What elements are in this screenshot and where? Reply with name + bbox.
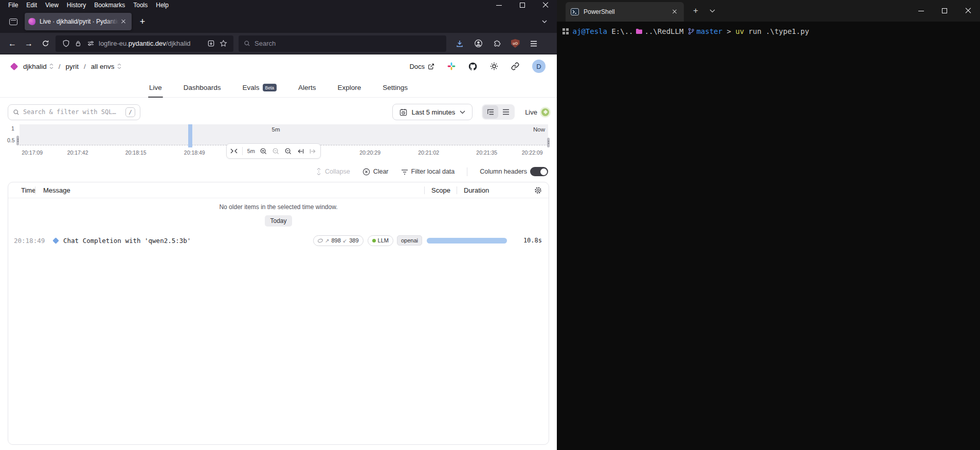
day-separator-chip[interactable]: Today — [265, 215, 292, 227]
share-link-button[interactable] — [511, 62, 519, 70]
x-axis-tick: 20:21:02 — [418, 149, 439, 156]
terminal-body[interactable]: aj@Tesla E:\.. ..\RedLLM master > uv run… — [557, 22, 980, 450]
zoom-in-icon[interactable] — [260, 147, 267, 155]
duration-bar[interactable] — [427, 238, 507, 243]
breadcrumb-environment[interactable]: all envs — [91, 63, 115, 70]
user-avatar[interactable]: D — [532, 60, 546, 73]
breadcrumb-project[interactable]: pyrit — [66, 63, 79, 70]
table-header: Time Message Scope Duration — [8, 182, 549, 198]
terminal-tab-close-icon[interactable] — [670, 8, 679, 16]
col-scope[interactable]: Scope — [425, 186, 457, 194]
firefox-view-button[interactable] — [5, 14, 22, 29]
menu-view[interactable]: View — [41, 1, 63, 9]
menu-tools[interactable]: Tools — [129, 1, 152, 9]
logfire-header: djkhalid / pyrit / all envs Docs — [0, 54, 557, 78]
x-axis-tick: 20:20:29 — [359, 149, 380, 156]
span-row[interactable]: 20:18:49 Chat Completion with 'qwen2.5:3… — [8, 233, 549, 248]
menu-help[interactable]: Help — [152, 1, 173, 9]
env-switcher-icon[interactable] — [117, 63, 121, 69]
zoom-out-icon[interactable] — [284, 147, 292, 155]
browser-search-bar[interactable]: Search — [239, 35, 446, 52]
spacer — [744, 27, 748, 35]
browser-tab[interactable]: Live · djkhalid/pyrit · Pydantic L — [25, 13, 132, 30]
tracking-protection-icon[interactable] — [60, 40, 72, 47]
menu-edit[interactable]: Edit — [22, 1, 41, 9]
live-indicator[interactable]: Live — [525, 108, 549, 116]
tab-live[interactable]: Live — [148, 78, 163, 97]
menu-history[interactable]: History — [63, 1, 90, 9]
otel-scope-tag[interactable]: openai — [397, 235, 422, 246]
command-args: run .\type1.py — [749, 27, 809, 35]
app-menu-button[interactable] — [525, 36, 542, 51]
span-diamond-icon — [52, 237, 59, 244]
browser-toolbar: ← → logfire-eu.pydantic.dev/djkhalid — [0, 33, 557, 54]
logfire-logo-icon[interactable] — [10, 62, 19, 70]
close-button[interactable] — [534, 0, 557, 10]
org-switcher-icon[interactable] — [49, 63, 53, 69]
col-message[interactable]: Message — [35, 186, 424, 194]
maximize-button[interactable] — [511, 0, 534, 10]
col-duration[interactable]: Duration — [457, 186, 534, 194]
docs-link[interactable]: Docs — [409, 63, 434, 70]
scope-badge[interactable]: LLM — [368, 235, 393, 246]
tree-view-button[interactable] — [483, 105, 498, 119]
clear-icon — [362, 168, 370, 176]
minimize-button[interactable] — [487, 0, 511, 10]
forward-button[interactable]: → — [21, 36, 37, 51]
slack-link[interactable] — [447, 62, 456, 70]
new-tab-button[interactable]: + — [135, 14, 150, 29]
pan-right-icon-disabled[interactable] — [309, 148, 317, 155]
url-bar[interactable]: logfire-eu.pydantic.dev/djkhalid — [56, 35, 233, 52]
back-button[interactable]: ← — [4, 36, 21, 51]
ublock-button[interactable]: uO — [507, 36, 523, 51]
save-page-icon[interactable] — [205, 40, 217, 47]
table-settings-button[interactable] — [534, 186, 549, 194]
terminal-titlebar[interactable]: PowerShell + — [557, 0, 980, 22]
terminal-tab[interactable]: PowerShell — [566, 2, 684, 22]
lock-icon[interactable] — [72, 40, 84, 47]
list-all-tabs-button[interactable] — [537, 20, 552, 24]
account-button[interactable] — [470, 36, 486, 51]
permissions-icon[interactable] — [84, 40, 97, 47]
downloads-button[interactable] — [451, 36, 468, 51]
tab-explore[interactable]: Explore — [337, 78, 362, 97]
github-link[interactable] — [468, 62, 477, 71]
tab-evals[interactable]: EvalsBeta — [241, 78, 278, 97]
token-usage-badge[interactable]: ↗898 ↙389 — [313, 235, 364, 246]
extensions-button[interactable] — [488, 36, 505, 51]
collapse-button[interactable]: Collapse — [316, 168, 350, 175]
list-actions-row: Collapse Clear Filter local data Column … — [0, 162, 557, 180]
tab-alerts[interactable]: Alerts — [297, 78, 317, 97]
pan-left-icon[interactable] — [297, 148, 304, 155]
list-view-button[interactable] — [498, 105, 514, 119]
empty-window-notice: No older items in the selected time wind… — [8, 203, 549, 211]
column-headers-toggle[interactable] — [530, 167, 548, 176]
terminal-new-tab-button[interactable]: + — [687, 0, 704, 22]
zoom-out-icon-disabled[interactable] — [272, 147, 280, 155]
time-range-dropdown[interactable]: Last 5 minutes — [392, 104, 473, 120]
terminal-close-button[interactable] — [956, 0, 980, 22]
reload-button[interactable] — [37, 36, 53, 51]
tab-settings[interactable]: Settings — [382, 78, 409, 97]
breadcrumb-org[interactable]: djkhalid — [23, 63, 47, 70]
timeline-activity-bar[interactable] — [188, 124, 192, 147]
timeline-chart[interactable]: 5m Now — [20, 124, 548, 145]
col-time[interactable]: Time — [8, 186, 35, 194]
collapse-range-icon[interactable] — [230, 148, 238, 154]
table-body: No older items in the selected time wind… — [8, 198, 549, 444]
terminal-dropdown-button[interactable] — [704, 0, 720, 22]
tab-dashboards[interactable]: Dashboards — [183, 78, 222, 97]
bookmark-star-icon[interactable] — [217, 40, 229, 47]
search-icon — [13, 109, 20, 116]
theme-toggle[interactable] — [490, 62, 498, 70]
filter-local-button[interactable]: Filter local data — [401, 168, 455, 175]
tab-close-icon[interactable] — [119, 17, 128, 26]
menu-bookmarks[interactable]: Bookmarks — [90, 1, 129, 9]
clear-button[interactable]: Clear — [362, 168, 389, 176]
menu-file[interactable]: File — [4, 1, 22, 9]
terminal-maximize-button[interactable] — [933, 0, 956, 22]
terminal-minimize-button[interactable] — [909, 0, 933, 22]
sql-search-input[interactable]: Search & filter with SQL… / — [8, 104, 140, 120]
timeline-left-handle[interactable] — [16, 136, 19, 145]
timeline-right-handle[interactable] — [547, 138, 550, 147]
